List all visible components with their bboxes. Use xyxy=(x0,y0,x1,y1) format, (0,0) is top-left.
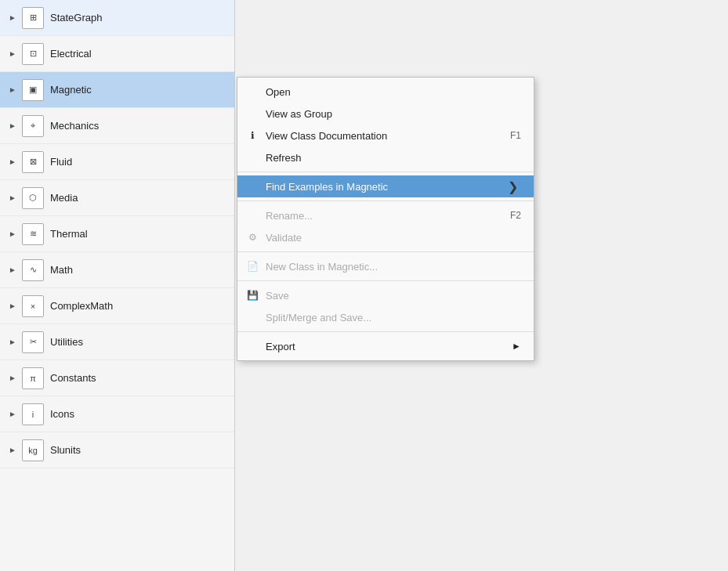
sidebar-item-stategraph[interactable]: ► ⊞ StateGraph xyxy=(0,0,234,36)
chevron-icon: ► xyxy=(6,84,19,96)
icons-label: Icons xyxy=(50,408,74,420)
fluid-icon: ⊠ xyxy=(22,151,44,173)
media-icon: ⬡ xyxy=(22,187,44,209)
find-examples-label: Find Examples in Magnetic xyxy=(266,181,388,193)
sidebar-item-media[interactable]: ► ⬡ Media xyxy=(0,180,234,216)
chevron-icon: ► xyxy=(6,192,19,204)
menu-item-rename: Rename... F2 xyxy=(237,204,534,226)
constants-label: Constants xyxy=(50,372,96,384)
menu-item-export[interactable]: Export ► xyxy=(237,335,534,357)
magnetic-icon: ▣ xyxy=(22,79,44,101)
export-arrow: ► xyxy=(512,341,521,352)
menu-separator-sep4 xyxy=(237,280,534,281)
chevron-icon: ► xyxy=(6,408,19,421)
save-icon: 💾 xyxy=(245,288,259,302)
menu-item-save: 💾 Save xyxy=(237,284,534,306)
sidebar-item-fluid[interactable]: ► ⊠ Fluid xyxy=(0,144,234,180)
open-label: Open xyxy=(266,86,291,98)
split-merge-label: Split/Merge and Save... xyxy=(266,312,371,323)
media-label: Media xyxy=(50,192,78,204)
complexmath-icon: × xyxy=(22,295,44,317)
electrical-label: Electrical xyxy=(50,48,92,60)
electrical-icon: ⊡ xyxy=(22,43,44,65)
sidebar-item-constants[interactable]: ► π Constants xyxy=(0,360,234,396)
save-label: Save xyxy=(266,290,289,302)
sidebar-item-math[interactable]: ► ∿ Math xyxy=(0,252,234,288)
sidebar-item-thermal[interactable]: ► ≋ Thermal xyxy=(0,216,234,252)
magnetic-label: Magnetic xyxy=(50,84,92,96)
thermal-icon: ≋ xyxy=(22,223,44,245)
chevron-icon: ► xyxy=(6,264,19,276)
new-class-icon: 📄 xyxy=(245,259,259,273)
sidebar-item-electrical[interactable]: ► ⊡ Electrical xyxy=(0,36,234,72)
menu-separator-sep3 xyxy=(237,251,534,252)
math-label: Math xyxy=(50,264,73,276)
utilities-icon: ✂ xyxy=(22,331,44,353)
menu-item-new-class: 📄 New Class in Magnetic... xyxy=(237,255,534,277)
sidebar-item-mechanics[interactable]: ► ⌖ Mechanics xyxy=(0,108,234,144)
chevron-icon: ► xyxy=(6,300,19,313)
sidebar-item-complexmath[interactable]: ► × ComplexMath xyxy=(0,288,234,324)
cursor-arrow: ❯ xyxy=(508,179,518,194)
chevron-icon: ► xyxy=(6,48,19,60)
view-class-doc-icon: ℹ xyxy=(245,128,259,143)
menu-separator-sep5 xyxy=(237,331,534,332)
thermal-label: Thermal xyxy=(50,228,88,240)
menu-item-validate: ⚙ Validate xyxy=(237,226,534,248)
context-menu: Open View as Group ℹ View Class Document… xyxy=(237,77,534,361)
menu-item-open[interactable]: Open xyxy=(237,81,534,103)
chevron-icon: ► xyxy=(6,372,19,385)
menu-separator-sep2 xyxy=(237,201,534,201)
chevron-icon: ► xyxy=(6,120,19,132)
stategraph-icon: ⊞ xyxy=(22,7,44,29)
sidebar-item-magnetic[interactable]: ► ▣ Magnetic xyxy=(0,72,234,108)
refresh-label: Refresh xyxy=(266,152,302,164)
rename-label: Rename... xyxy=(266,210,313,222)
constants-icon: π xyxy=(22,367,44,389)
utilities-label: Utilities xyxy=(50,336,83,348)
menu-separator-sep1 xyxy=(237,172,534,172)
validate-label: Validate xyxy=(266,232,302,244)
rename-shortcut: F2 xyxy=(510,210,521,221)
slunits-icon: kg xyxy=(22,439,44,461)
sidebar-item-slunits[interactable]: ► kg Slunits xyxy=(0,432,234,468)
mechanics-icon: ⌖ xyxy=(22,115,44,137)
chevron-icon: ► xyxy=(6,156,19,168)
fluid-label: Fluid xyxy=(50,156,72,168)
chevron-icon: ► xyxy=(6,444,19,457)
menu-item-refresh[interactable]: Refresh xyxy=(237,146,534,168)
chevron-icon: ► xyxy=(6,228,19,240)
export-label: Export xyxy=(266,341,295,352)
stategraph-label: StateGraph xyxy=(50,12,103,23)
menu-item-view-class-doc[interactable]: ℹ View Class Documentation F1 xyxy=(237,125,534,146)
sidebar-item-icons[interactable]: ► i Icons xyxy=(0,396,234,432)
sidebar: ► ⊞ StateGraph ► ⊡ Electrical ► ▣ Magnet… xyxy=(0,0,235,571)
validate-icon: ⚙ xyxy=(245,230,259,244)
sidebar-item-utilities[interactable]: ► ✂ Utilities xyxy=(0,324,234,360)
mechanics-label: Mechanics xyxy=(50,120,99,132)
slunits-label: Slunits xyxy=(50,444,81,456)
math-icon: ∿ xyxy=(22,259,44,281)
menu-item-view-as-group[interactable]: View as Group xyxy=(237,103,534,125)
new-class-label: New Class in Magnetic... xyxy=(266,261,378,273)
view-class-doc-label: View Class Documentation xyxy=(266,130,387,142)
view-class-doc-shortcut: F1 xyxy=(510,130,521,141)
icons-icon: i xyxy=(22,403,44,425)
complexmath-label: ComplexMath xyxy=(50,300,113,312)
chevron-icon: ► xyxy=(6,12,19,24)
view-as-group-label: View as Group xyxy=(266,108,332,120)
menu-item-split-merge: Split/Merge and Save... xyxy=(237,306,534,328)
menu-item-find-examples[interactable]: Find Examples in Magnetic ❯ xyxy=(237,175,534,197)
chevron-icon: ► xyxy=(6,336,19,349)
